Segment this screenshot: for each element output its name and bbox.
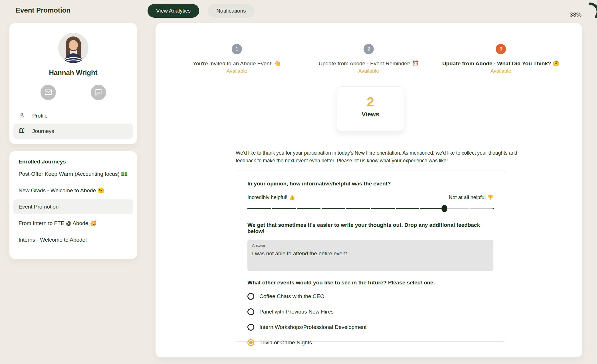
helpfulness-slider[interactable] bbox=[247, 205, 493, 212]
step-3[interactable]: 3 Update from Abode - What Did You Think… bbox=[421, 44, 581, 74]
avatar bbox=[58, 33, 88, 63]
map-icon bbox=[19, 128, 25, 135]
sidebar-item-journeys[interactable]: Journeys bbox=[13, 124, 133, 139]
enrolled-journeys-heading: Enrolled Journeys bbox=[13, 159, 133, 165]
slider-segment bbox=[420, 208, 444, 209]
email-button[interactable] bbox=[41, 85, 56, 100]
slider-segment bbox=[346, 208, 370, 209]
slider-end-dot bbox=[493, 208, 494, 209]
survey-question-1: In your opinion, how informative/helpful… bbox=[247, 181, 493, 187]
slider-segment bbox=[396, 208, 419, 209]
journey-item-interns-welcome[interactable]: Interns - Welcome to Abode! bbox=[13, 232, 133, 247]
survey-question-3: What other events would you like to see … bbox=[247, 280, 493, 286]
step-3-status: Available bbox=[421, 68, 581, 74]
radio-option-intern-workshops[interactable]: Intern Workshops/Professional Developmen… bbox=[247, 319, 493, 335]
tab-view-analytics[interactable]: View Analytics bbox=[148, 4, 199, 18]
intro-text: We'd like to thank you for your particip… bbox=[236, 149, 521, 165]
sidebar-item-label: Profile bbox=[32, 113, 48, 119]
journey-detail-panel: 1 You're Invited to an Abode Event! 👋 Av… bbox=[156, 23, 582, 357]
slider-segment bbox=[322, 208, 345, 209]
page-title: Event Promotion bbox=[16, 6, 70, 14]
journey-item-intern-to-fte[interactable]: From Intern to FTE @ Abode 🥳 bbox=[13, 216, 133, 231]
slider-segment bbox=[247, 208, 271, 209]
enrolled-journeys-card: Enrolled Journeys Post-Offer Keep Warm (… bbox=[9, 151, 137, 259]
step-3-label: Update from Abode - What Did You Think? … bbox=[421, 60, 581, 67]
radio-option-trivia[interactable]: Trivia or Game Nights bbox=[247, 335, 493, 350]
progress-ring-icon bbox=[580, 2, 597, 23]
radio-icon bbox=[247, 308, 254, 315]
slider-segment bbox=[371, 208, 395, 209]
slider-segment bbox=[272, 208, 296, 209]
slider-track-segments bbox=[247, 208, 493, 209]
radio-option-coffee-chats[interactable]: Coffee Chats with the CEO bbox=[247, 289, 493, 304]
slider-segment bbox=[470, 208, 493, 209]
radio-icon bbox=[247, 293, 254, 300]
views-count: 2 bbox=[337, 94, 404, 110]
journey-item-event-promotion[interactable]: Event Promotion bbox=[13, 199, 133, 214]
sidebar-item-profile[interactable]: Profile bbox=[13, 108, 133, 124]
message-button[interactable] bbox=[91, 85, 106, 100]
slider-thumb[interactable] bbox=[441, 205, 447, 212]
mail-icon bbox=[44, 88, 52, 97]
survey-box: In your opinion, how informative/helpful… bbox=[236, 171, 505, 342]
slider-labels: Incredibly helpful! 👍 Not at all helpful… bbox=[247, 194, 493, 201]
profile-card: Hannah Wright bbox=[9, 23, 137, 144]
person-icon bbox=[19, 112, 25, 120]
journey-progress-indicator: 33% bbox=[570, 2, 597, 23]
profile-name: Hannah Wright bbox=[9, 69, 137, 77]
views-label: Views bbox=[337, 111, 404, 118]
radio-icon bbox=[247, 339, 254, 346]
profile-actions bbox=[9, 85, 137, 100]
sidebar-menu: Profile Journeys bbox=[9, 108, 137, 139]
slider-right-label: Not at all helpful 👎 bbox=[449, 194, 493, 201]
journey-item-post-offer[interactable]: Post-Offer Keep Warm (Accounting focus) … bbox=[13, 167, 133, 181]
radio-option-panel[interactable]: Panel with Previous New Hires bbox=[247, 304, 493, 319]
feedback-textarea-value: I was not able to attend the entire even… bbox=[252, 250, 489, 257]
views-stat-card: 2 Views bbox=[337, 86, 404, 131]
survey-question-2: We get that sometimes it's easier to wri… bbox=[247, 222, 493, 234]
future-events-options: Coffee Chats with the CEO Panel with Pre… bbox=[247, 289, 493, 350]
slider-segment bbox=[297, 208, 320, 209]
sidebar-item-label: Journeys bbox=[32, 128, 54, 134]
header-tabs: View Analytics Notifications bbox=[148, 4, 255, 18]
step-1-circle: 1 bbox=[232, 44, 242, 54]
slider-left-label: Incredibly helpful! 👍 bbox=[247, 194, 295, 201]
journey-item-new-grads[interactable]: New Grads - Welcome to Abode 🤗 bbox=[13, 183, 133, 198]
step-2-circle: 2 bbox=[364, 44, 374, 54]
feedback-textarea-label: Answer bbox=[252, 243, 489, 248]
tab-notifications[interactable]: Notifications bbox=[208, 4, 255, 18]
radio-icon bbox=[247, 324, 254, 331]
slider-segment bbox=[445, 208, 469, 209]
progress-percent: 33% bbox=[570, 11, 582, 18]
chat-icon bbox=[94, 88, 102, 97]
feedback-textarea[interactable]: Answer I was not able to attend the enti… bbox=[247, 240, 493, 271]
step-3-circle: 3 bbox=[496, 44, 506, 54]
